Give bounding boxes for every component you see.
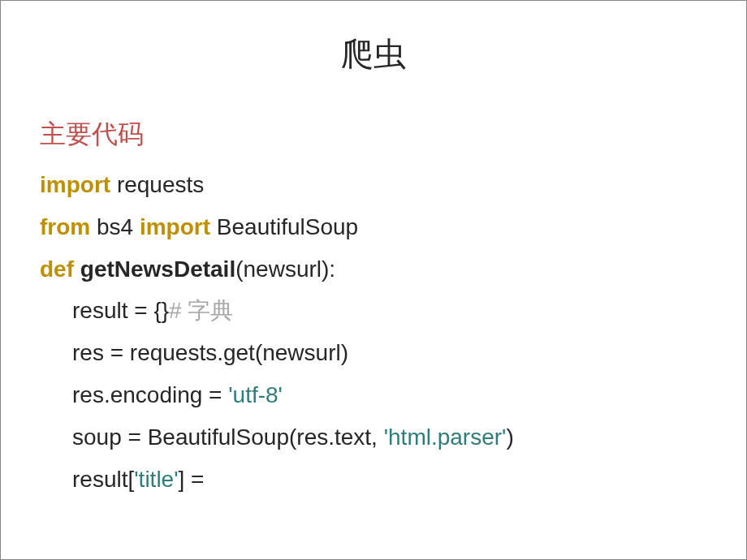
code-line-1: import requests: [40, 164, 707, 206]
code-line-8: result['title'] =: [40, 459, 707, 501]
code-text: result = {}: [72, 298, 169, 323]
keyword-from: from: [40, 214, 90, 239]
code-text: ): [506, 424, 513, 450]
code-line-6: res.encoding = 'utf-8': [40, 374, 707, 416]
string-literal: 'utf-8': [228, 382, 283, 407]
code-text: res = requests.get(newsurl): [72, 340, 348, 365]
code-line-5: res = requests.get(newsurl): [40, 332, 707, 374]
code-text: requests: [110, 172, 204, 197]
code-line-4: result = {}# 字典: [40, 290, 707, 332]
string-literal: 'html.parser': [384, 424, 507, 450]
keyword-def: def: [40, 256, 80, 282]
code-text: res.encoding =: [72, 382, 228, 407]
code-text: soup = BeautifulSoup(res.text,: [72, 424, 384, 450]
code-block: import requests from bs4 import Beautifu…: [40, 164, 707, 500]
code-line-2: from bs4 import BeautifulSoup: [40, 206, 707, 248]
code-text: bs4: [90, 214, 140, 239]
string-literal: 'title': [134, 467, 178, 492]
slide-subtitle: 主要代码: [40, 117, 707, 153]
function-name: getNewsDetail: [80, 256, 235, 282]
comment-hash: #: [169, 298, 188, 323]
code-line-3: def getNewsDetail(newsurl):: [40, 248, 707, 291]
code-text: (newsurl):: [235, 256, 335, 282]
keyword-import: import: [40, 172, 110, 197]
code-text: ] =: [179, 467, 205, 492]
keyword-import: import: [140, 214, 210, 239]
slide-title: 爬虫: [40, 32, 707, 76]
code-line-7: soup = BeautifulSoup(res.text, 'html.par…: [40, 416, 707, 459]
code-text: result[: [72, 467, 134, 492]
slide-container: 爬虫 主要代码 import requests from bs4 import …: [0, 0, 747, 560]
code-text: BeautifulSoup: [210, 214, 358, 239]
comment-text: 字典: [188, 298, 233, 323]
